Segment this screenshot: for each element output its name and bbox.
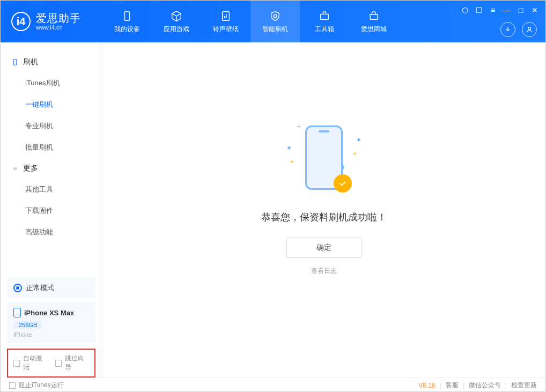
nav-label: 工具箱	[315, 25, 334, 34]
nav-label: 爱思商城	[361, 25, 387, 34]
sidebar-item-oneclick-flash[interactable]: 一键刷机	[1, 94, 102, 115]
nav-apps-games[interactable]: 应用游戏	[152, 1, 201, 42]
nav-label: 铃声壁纸	[213, 25, 239, 34]
logo-area: i4 爱思助手 www.i4.cn	[1, 12, 102, 31]
nav-smart-flash[interactable]: 智能刷机	[250, 1, 300, 42]
sidebar-item-download-firmware[interactable]: 下载固件	[1, 200, 102, 221]
maximize-icon[interactable]: □	[517, 6, 525, 14]
tshirt-icon[interactable]: ⬡	[461, 6, 469, 14]
device-mode-box[interactable]: 正常模式	[7, 278, 95, 298]
footer-link-wechat[interactable]: 微信公众号	[469, 381, 501, 390]
sparkle-icon: ✦	[356, 136, 361, 144]
device-type: iPhone	[13, 331, 89, 338]
section-title-label: 更多	[23, 164, 38, 173]
list-icon: ≡	[11, 165, 19, 172]
dot-icon	[353, 152, 356, 155]
section-title-label: 刷机	[23, 57, 38, 67]
phone-icon	[11, 58, 19, 66]
logo-text: 爱思助手 www.i4.cn	[36, 12, 81, 31]
svg-rect-0	[124, 11, 129, 20]
close-icon[interactable]: ✕	[530, 6, 539, 14]
separator: |	[440, 382, 441, 389]
lock-icon[interactable]: ☐	[475, 6, 483, 14]
store-icon	[367, 10, 380, 23]
version-label: V8.16	[418, 382, 435, 389]
sidebar-item-advanced[interactable]: 高级功能	[1, 221, 102, 243]
nav-store[interactable]: 爱思商城	[349, 1, 399, 42]
sidebar-item-pro-flash[interactable]: 专业刷机	[1, 115, 102, 137]
checkbox-stop-itunes[interactable]: 阻止iTunes运行	[9, 381, 64, 390]
main-content: ✦ ✦ + + 恭喜您，保资料刷机成功啦！ 确定 查看日志	[102, 42, 545, 378]
svg-rect-2	[321, 14, 329, 19]
mode-dot-icon	[13, 284, 22, 292]
toolbox-icon	[318, 10, 331, 23]
nav-label: 应用游戏	[164, 25, 189, 34]
cube-icon	[170, 10, 183, 23]
nav-label: 我的设备	[114, 25, 140, 34]
svg-point-3	[528, 27, 531, 30]
sidebar-bottom: 正常模式 iPhone XS Max 256GB iPhone 自动激活 跳过向…	[1, 278, 102, 378]
checkbox-skip-guide[interactable]: 跳过向导	[55, 354, 90, 372]
sparkle-icon: ✦	[286, 144, 292, 152]
sidebar-section-flash: 刷机	[1, 52, 102, 72]
download-icon[interactable]	[500, 22, 515, 37]
sidebar-item-other-tools[interactable]: 其他工具	[1, 179, 102, 200]
menu-icon[interactable]: ≡	[489, 6, 497, 14]
sidebar-item-itunes-flash[interactable]: iTunes刷机	[1, 72, 102, 94]
device-info-box[interactable]: iPhone XS Max 256GB iPhone	[7, 302, 95, 343]
flash-options-box: 自动激活 跳过向导	[7, 349, 95, 378]
app-header: i4 爱思助手 www.i4.cn 我的设备 应用游戏 铃声壁纸 智能刷机 工具…	[1, 1, 545, 42]
app-name-en: www.i4.cn	[36, 24, 81, 31]
sidebar: 刷机 iTunes刷机 一键刷机 专业刷机 批量刷机 ≡ 更多 其他工具 下载固…	[1, 42, 102, 378]
logo-icon: i4	[11, 12, 31, 31]
titlebar-controls: ⬡ ☐ ≡ — □ ✕	[461, 6, 539, 14]
device-phone-icon	[13, 308, 21, 317]
checkbox-auto-activate[interactable]: 自动激活	[13, 354, 48, 372]
user-icon[interactable]	[522, 22, 537, 37]
mode-label: 正常模式	[26, 283, 54, 293]
svg-rect-4	[13, 60, 17, 65]
checkbox-label: 自动激活	[23, 354, 47, 372]
device-capacity: 256GB	[13, 321, 42, 329]
checkbox-icon	[9, 382, 16, 389]
top-nav: 我的设备 应用游戏 铃声壁纸 智能刷机 工具箱 爱思商城	[102, 1, 399, 42]
success-message: 恭喜您，保资料刷机成功啦！	[261, 211, 387, 224]
separator: |	[463, 382, 464, 389]
separator: |	[505, 382, 507, 389]
nav-my-device[interactable]: 我的设备	[102, 1, 152, 42]
status-bar: 阻止iTunes运行 V8.16 | 客服 | 微信公众号 | 检查更新	[1, 378, 545, 392]
checkbox-icon	[55, 360, 62, 367]
device-name: iPhone XS Max	[24, 309, 74, 317]
footer-right: V8.16 | 客服 | 微信公众号 | 检查更新	[418, 381, 537, 390]
svg-rect-1	[223, 11, 230, 20]
minimize-icon[interactable]: —	[503, 6, 511, 14]
footer-link-update[interactable]: 检查更新	[511, 381, 537, 390]
header-right-actions	[500, 22, 537, 37]
device-name-row: iPhone XS Max	[13, 308, 89, 317]
checkbox-label: 跳过向导	[65, 354, 89, 372]
music-file-icon	[219, 10, 232, 23]
checkbox-icon	[13, 360, 20, 367]
nav-ringtones-wallpapers[interactable]: 铃声壁纸	[201, 1, 250, 42]
sidebar-item-batch-flash[interactable]: 批量刷机	[1, 137, 102, 158]
check-badge-icon	[334, 174, 352, 193]
success-illustration: ✦ ✦ + +	[286, 123, 361, 198]
nav-toolbox[interactable]: 工具箱	[300, 1, 349, 42]
app-name-cn: 爱思助手	[36, 12, 81, 24]
view-log-link[interactable]: 查看日志	[311, 267, 337, 276]
footer-link-support[interactable]: 客服	[446, 381, 459, 390]
app-body: 刷机 iTunes刷机 一键刷机 专业刷机 批量刷机 ≡ 更多 其他工具 下载固…	[1, 42, 545, 378]
shield-refresh-icon	[269, 10, 282, 23]
checkbox-label: 阻止iTunes运行	[19, 381, 64, 390]
nav-label: 智能刷机	[262, 25, 288, 34]
sparkle-icon: +	[297, 123, 301, 130]
sidebar-section-more: ≡ 更多	[1, 158, 102, 179]
ok-button[interactable]: 确定	[286, 238, 361, 258]
dot-icon	[291, 160, 293, 163]
device-icon	[121, 10, 134, 23]
